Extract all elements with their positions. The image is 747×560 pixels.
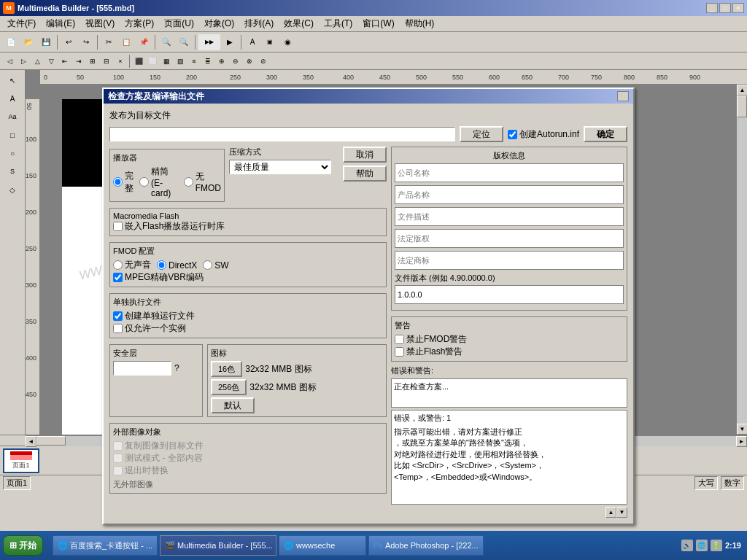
fmod-group: FMOD 配置 无声音 DirectX SW [109, 242, 387, 287]
locate-button[interactable]: 定位 [460, 126, 503, 142]
external-label: 外部图像对象 [113, 427, 383, 438]
flash-embed-check[interactable]: 嵌入Flash播放器运行时库 [113, 220, 383, 233]
file-desc-input[interactable] [395, 207, 624, 226]
fmod-mpeg-check[interactable]: MPEG精确VBR编码 [113, 271, 383, 284]
fmod-sw-radio[interactable]: SW [203, 260, 228, 271]
autorun-checkbox[interactable] [508, 130, 517, 139]
create-autorun-check[interactable]: 创建Autorun.inf [508, 128, 579, 141]
fmod-dx-radio[interactable]: DirectX [157, 260, 197, 271]
fmod-radio-group: 无声音 DirectX SW [113, 259, 383, 271]
dialog-title-text: 检查方案及编译输出文件 [108, 90, 204, 103]
player-label: 播放器 [113, 152, 221, 163]
icon-default-button[interactable]: 默认 [211, 397, 255, 413]
player-none-radio[interactable]: 无FMOD [184, 171, 221, 193]
warn-fmod-check[interactable]: 禁止FMOD警告 [395, 333, 624, 346]
question-mark: ? [174, 363, 179, 373]
copyright-input[interactable] [395, 229, 624, 248]
warn-flash-check[interactable]: 禁止Flash警告 [395, 346, 624, 358]
standalone-create-check[interactable]: 创建单独运行文件 [113, 310, 383, 322]
ext-test-check[interactable]: 测试模式 - 全部内容 [113, 452, 383, 464]
dialog-title-bar: 检查方案及编译输出文件 [104, 89, 633, 104]
ok-button[interactable]: 确定 [584, 126, 627, 142]
version-input[interactable] [395, 285, 624, 304]
security-group: 安全层 ? [109, 344, 203, 417]
icon-256-row: 256色 32x32 MMB 图标 [211, 379, 383, 395]
error-count: 错误，或警告: 1 [394, 413, 624, 424]
target-file-input[interactable] [109, 127, 455, 141]
icon-16-row: 16色 32x32 MMB 图标 [211, 361, 383, 377]
compress-group: 压缩方式 最佳质量 [229, 147, 338, 174]
dialog-left-col: 播放器 完整 精简(E-card) 无FMOD [109, 147, 387, 518]
security-label: 安全层 [113, 348, 199, 359]
warning-label: 警告 [395, 320, 624, 331]
dialog-main-cols: 播放器 完整 精简(E-card) 无FMOD [109, 147, 627, 518]
standalone-one-check[interactable]: 仅允许一个实例 [113, 322, 383, 335]
autorun-label: 创建Autorun.inf [519, 128, 579, 141]
player-radio-group: 完整 精简(E-card) 无FMOD [113, 166, 221, 198]
fmod-none-radio[interactable]: 无声音 [113, 259, 151, 271]
security-input[interactable] [113, 361, 171, 376]
ext-none-label: 无外部图像 [113, 479, 383, 490]
icon-label: 图标 [211, 348, 383, 359]
target-file-label: 发布为目标文件 [109, 109, 171, 122]
error-label: 错误和警告: [391, 365, 627, 376]
external-images-group: 外部图像对象 复制图像到目标文件 测试模式 - 全部内容 退出时替换 无外部图像 [109, 423, 387, 494]
cancel-button[interactable]: 取消 [343, 147, 387, 163]
compress-select[interactable]: 最佳质量 [229, 160, 331, 174]
action-buttons: 取消 帮助 [343, 147, 387, 182]
ext-copy-check[interactable]: 复制图像到目标文件 [113, 440, 383, 452]
player-group: 播放器 完整 精简(E-card) 无FMOD [109, 147, 225, 202]
icon-256-button[interactable]: 256色 [211, 379, 247, 395]
flash-label: Macromedia Flash [113, 211, 383, 220]
standalone-group: 单独执行文件 创建单独运行文件 仅允许一个实例 [109, 293, 387, 338]
help-button[interactable]: 帮助 [343, 166, 387, 182]
security-icon-row: 安全层 ? 图标 16色 32x32 MMB 图标 [109, 342, 387, 417]
compress-right-row: 播放器 完整 精简(E-card) 无FMOD [109, 147, 387, 202]
version-label: 文件版本 (例如 4.90.0000.0) [395, 273, 624, 284]
player-inner-group: 播放器 完整 精简(E-card) 无FMOD [109, 149, 225, 202]
error-scroll-down[interactable]: ▼ [616, 507, 627, 518]
error-area: 错误和警告: 正在检查方案... 错误，或警告: 1 指示器可能出错，请对方案进… [391, 365, 627, 518]
icon-256-size: 32x32 MMB 图标 [249, 381, 316, 394]
product-input[interactable] [395, 185, 624, 204]
error-detail-text: 指示器可能出错，请对方案进行修正 ，或跳至方案菜单的"路径替换"选项， 对绝对路… [394, 427, 624, 483]
player-card-radio[interactable]: 精简(E-card) [139, 166, 178, 198]
target-file-row: 发布为目标文件 [109, 109, 627, 122]
rights-label: 版权信息 [395, 150, 624, 161]
icon-16-size: 32x32 MMB 图标 [245, 363, 311, 376]
dialog-overlay: 检查方案及编译输出文件 发布为目标文件 定位 创建Autorun.inf 确定 [0, 0, 747, 560]
error-scroll-up[interactable]: ▲ [605, 507, 616, 518]
warning-group: 警告 禁止FMOD警告 禁止Flash警告 [391, 316, 627, 362]
security-controls: ? [113, 361, 199, 376]
error-scroll-row: ▲ ▼ [391, 507, 627, 518]
player-full-radio[interactable]: 完整 [113, 170, 133, 195]
fmod-label: FMOD 配置 [113, 246, 383, 257]
rights-group: 版权信息 文件版本 (例如 4.90.0000.0) [391, 147, 627, 311]
flash-group: Macromedia Flash 嵌入Flash播放器运行时库 [109, 208, 387, 236]
dialog-close-button[interactable] [617, 91, 629, 101]
icon-group: 图标 16色 32x32 MMB 图标 256色 32x32 MMB 图标 默认 [207, 344, 387, 417]
trademark-input[interactable] [395, 251, 624, 270]
icon-16-button[interactable]: 16色 [211, 361, 242, 377]
error-status: 正在检查方案... [391, 378, 627, 408]
dialog-right-col: 版权信息 文件版本 (例如 4.90.0000.0) 警告 禁止FMOD警 [391, 147, 627, 518]
company-input[interactable] [395, 163, 624, 182]
dialog-body: 发布为目标文件 定位 创建Autorun.inf 确定 [104, 104, 633, 524]
standalone-label: 单独执行文件 [113, 297, 383, 308]
ext-exit-check[interactable]: 退出时替换 [113, 464, 383, 477]
export-dialog: 检查方案及编译输出文件 发布为目标文件 定位 创建Autorun.inf 确定 [102, 88, 635, 525]
error-detail-area: 错误，或警告: 1 指示器可能出错，请对方案进行修正 ，或跳至方案菜单的"路径替… [391, 410, 627, 505]
compress-label: 压缩方式 [229, 147, 338, 158]
target-file-input-row: 定位 创建Autorun.inf 确定 [109, 126, 627, 142]
